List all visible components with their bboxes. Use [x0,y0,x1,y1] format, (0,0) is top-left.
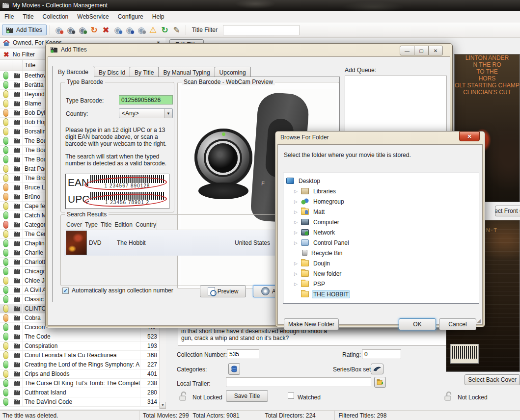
tab[interactable]: By Barcode [52,66,94,79]
tree-item[interactable]: ▷ Doujin [283,258,479,268]
barcode-input[interactable]: 012569056626 [119,95,173,105]
menu-item[interactable]: File [0,11,18,22]
disc-profile-icon[interactable]: ◉ [124,25,136,35]
tree-item[interactable]: ▷ Libraries [283,186,479,196]
tree-item[interactable]: ▷ Control Panel [283,237,479,248]
local-trailer-input[interactable] [226,377,371,387]
browse-dialog-titlebar[interactable]: Browse For Folder [280,134,329,141]
status-pill [3,277,8,285]
preview-button[interactable]: Preview [200,285,246,297]
title-filter-input[interactable] [223,25,300,35]
expand-arrow-icon[interactable]: ▷ [294,189,301,194]
menu-item[interactable]: Help [148,11,169,22]
refresh-icon[interactable]: ↻ [159,25,171,35]
close-button[interactable]: ✕ [428,46,443,55]
watched-checkbox[interactable] [288,393,294,399]
results-column-header[interactable]: Edition [112,220,133,230]
title-list-row[interactable]: Conspiration 193 [0,341,159,351]
tree-item-icon [301,219,309,225]
delete-title-icon[interactable]: ✖ [100,25,112,35]
status-pill [3,184,8,191]
results-column-header[interactable]: Cover [64,220,82,230]
minimize-button[interactable]: — [400,46,414,55]
results-column-header[interactable]: Type [82,220,98,230]
tree-item[interactable]: ▷ Computer [283,217,479,227]
collection-number-input[interactable] [227,349,259,359]
browse-trailer-button[interactable] [374,377,386,388]
browse-dialog-body: Select the folder where your movie title… [277,144,483,325]
menu-item[interactable]: Configure [113,11,148,22]
title-list-row[interactable]: Conul Leonida Fata Cu Reactiunea 368 [0,351,159,360]
export-disc-icon[interactable]: ◉ [77,25,88,35]
tree-item[interactable]: ▷ Matt [283,207,479,217]
expand-arrow-icon[interactable]: ▷ [294,210,301,214]
expand-arrow-icon[interactable]: ▷ [294,230,301,235]
title-list-row[interactable]: Creating the Lord of the Rings Symphony:… [0,360,159,369]
save-title-button[interactable]: Save Title [226,390,268,402]
update-disc-icon[interactable]: ◉ [53,25,65,35]
expand-arrow-icon[interactable]: ▷ [294,220,301,225]
select-front-cover-button[interactable]: Select Front Cover [495,206,520,216]
menu-item[interactable]: Collection [38,11,73,22]
select-back-cover-button[interactable]: Select Back Cover [465,374,520,385]
expand-arrow-icon[interactable]: ▷ [294,271,301,276]
title-list-row[interactable]: Cutthroat Island 280 [0,388,159,397]
scroll-down-icon[interactable]: ▼ [160,402,166,409]
menu-item[interactable]: WebService [73,11,113,22]
title-list-row[interactable]: The Code 523 [0,332,159,341]
series-box-set-button[interactable] [371,364,383,374]
results-column-header[interactable]: Title [98,220,112,230]
title-cell: Conul Leonida Fata Cu Reactiunea [23,352,140,359]
movie-clapper-icon [14,212,21,218]
disc-drive-icon[interactable]: ◉ [136,25,147,35]
barcode-instructions-1: Please type in an 12 digit UPC or a 13 d… [65,127,169,147]
tree-item[interactable]: ▷ New folder [283,268,479,279]
tree-item[interactable]: ▷ PSP [283,279,479,289]
add-titles-button[interactable]: Add Titles [2,25,47,35]
close-button[interactable]: ✕ [459,131,480,141]
group-label: Search Results [65,211,109,218]
title-list-row[interactable]: The Curse Of King Tut's Tomb: The Comple… [0,379,159,388]
expand-arrow-icon[interactable]: ▷ [294,282,301,287]
title-list-row[interactable]: Crips and Bloods 401 [0,369,159,379]
movie-clapper-icon [14,268,21,274]
country-dropdown[interactable]: <Any> ▼ [119,108,173,118]
tree-item[interactable]: ▷ Recycle Bin [283,248,479,258]
movie-clapper-icon [14,352,21,358]
auto-assign-checkbox[interactable]: ✓ [62,288,69,294]
convert-icon[interactable]: ↻ [88,25,100,35]
results-column-header[interactable]: Country [133,220,157,230]
not-locked-right-label: Not Locked [458,394,488,401]
expand-arrow-icon[interactable]: ▷ [294,261,301,266]
collection-number-cell: 238 [140,379,159,388]
make-new-folder-button[interactable]: Make New Folder [284,318,339,330]
expand-arrow-icon[interactable]: ▷ [294,240,301,245]
rating-input[interactable] [362,349,401,359]
edit-title-icon[interactable]: ✎ [171,25,183,35]
clapper-add-icon [6,27,14,33]
title-list-row[interactable]: The DaVinci Code 314 [0,397,159,407]
save-disc-icon[interactable]: ◉ [65,25,77,35]
resize-grip[interactable]: ◢ [477,318,481,323]
window-title: My Movies - Collection Management [12,2,108,9]
maximize-button[interactable]: ▢ [414,46,429,55]
ok-button[interactable]: OK [399,318,436,330]
front-cover-text: LINTON ANDER [455,54,520,61]
warning-icon[interactable]: ⚠ [147,25,159,35]
add-titles-dialog-titlebar[interactable]: Add Titles [51,46,87,53]
tree-item[interactable]: ▷ Network [283,227,479,237]
cancel-button[interactable]: Cancel [439,318,476,330]
tree-item[interactable]: ▷ Homegroup [283,196,479,207]
folder-open-icon [377,379,384,385]
categories-button[interactable] [228,363,240,375]
tree-item[interactable]: ▷ THE HOBBIT [283,289,479,299]
status-stat: Total Actors: 9081 [189,411,261,420]
disc-copy-icon[interactable]: ◉ [112,25,124,35]
movie-clapper-icon [14,119,21,125]
collection-number-cell: 368 [140,351,159,360]
status-pill [3,249,8,257]
expand-arrow-icon[interactable]: ▷ [294,199,301,204]
status-pill [3,165,8,173]
menu-item[interactable]: Title [18,11,38,22]
tree-item[interactable]: ▷ Desktop [283,176,479,186]
